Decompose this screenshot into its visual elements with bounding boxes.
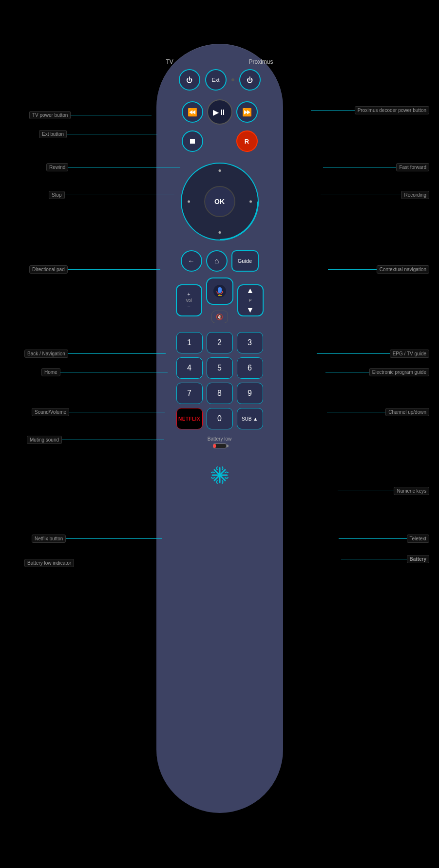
ann-channel-text: Channel up/down — [385, 408, 429, 416]
brand-logo — [208, 463, 232, 491]
ann-ff-text: Fast forward — [396, 163, 429, 171]
dpad[interactable]: OK — [181, 163, 259, 240]
ann-epg-line — [317, 353, 390, 354]
ann-teletext-line — [339, 538, 407, 539]
rewind-button[interactable]: ⏪ — [182, 101, 203, 123]
annotation-teletext: Teletext — [339, 535, 429, 543]
sub-button[interactable]: SUB ▲ — [237, 408, 263, 429]
num1-button[interactable]: 1 — [176, 332, 203, 353]
annotation-stop: Stop — [49, 191, 174, 199]
ann-tv-power-line — [71, 115, 152, 115]
tv-power-icon: ⏻ — [186, 76, 192, 84]
num0-button[interactable]: 0 — [207, 408, 233, 429]
ann-mute-line — [62, 440, 164, 440]
annotation-rec: Recording — [321, 191, 429, 199]
tv-power-button[interactable]: ⏻ — [179, 69, 200, 91]
vol-plus-icon: + — [187, 291, 190, 297]
fast-forward-button[interactable]: ⏩ — [236, 101, 258, 123]
mute-icon: 🔇 — [216, 314, 223, 320]
ann-epg2-line — [325, 372, 369, 372]
ir-indicator — [231, 78, 234, 81]
sub-label: SUB ▲ — [242, 416, 258, 422]
annotation-dpad: Directional pad — [29, 265, 160, 274]
netflix-button[interactable]: NETFLIX — [176, 408, 203, 429]
annotation-prox-power: Proximus decoder power button — [311, 106, 429, 114]
stop-icon: ⏹ — [189, 137, 196, 146]
annotation-ff: Fast forward — [323, 163, 429, 171]
ann-tv-power-text: TV power button — [29, 111, 71, 119]
back-button[interactable]: ← — [181, 250, 202, 272]
nav-row: ← ⌂ Guide — [181, 250, 259, 272]
ann-prox-power-line — [311, 110, 355, 111]
annotation-volume: Sound/Volume — [32, 408, 165, 416]
home-button[interactable]: ⌂ — [206, 250, 228, 272]
microphone-icon — [213, 284, 227, 298]
num5-button[interactable]: 5 — [207, 357, 233, 379]
num7-button[interactable]: 7 — [176, 383, 203, 404]
ann-home-line — [60, 372, 168, 372]
num2-button[interactable]: 2 — [207, 332, 233, 353]
ann-ext-text: Ext button — [39, 130, 67, 138]
ch-p-label: P — [248, 298, 251, 303]
ann-ext-line — [67, 134, 157, 134]
annotation-battery-right: Battery — [341, 555, 429, 563]
ann-back-text: Back / Navigation — [24, 350, 68, 358]
stop-record-row: ⏹ R — [182, 129, 258, 154]
annotation-epg: EPG / TV guide — [317, 350, 429, 358]
record-button[interactable]: R — [236, 130, 258, 152]
ann-netflix-text: Netflix button — [32, 535, 66, 543]
ext-button[interactable]: Ext — [205, 69, 227, 91]
vol-channel-row: + Vol − 🔇 — [176, 277, 264, 323]
annotation-nav-right: Contextual navigation — [328, 265, 429, 274]
num4-button[interactable]: 4 — [176, 357, 203, 379]
annotation-epg2: Electronic program guide — [325, 368, 429, 376]
mute-button[interactable]: 🔇 — [211, 311, 228, 323]
battery-indicator — [213, 443, 227, 448]
svg-line-11 — [214, 475, 220, 480]
svg-line-10 — [220, 470, 225, 475]
stop-button[interactable]: ⏹ — [182, 130, 203, 152]
proximus-power-button[interactable]: ⏻ — [239, 69, 261, 91]
proximus-brand-label: Proximus — [248, 58, 273, 65]
annotation-home: Home — [41, 368, 168, 376]
ok-button[interactable]: OK — [204, 186, 235, 217]
ann-dpad-line — [68, 269, 160, 270]
play-pause-icon: ▶⏸ — [213, 108, 227, 117]
ann-rec-text: Recording — [401, 191, 429, 199]
annotation-channel: Channel up/down — [327, 408, 429, 416]
guide-button[interactable]: Guide — [231, 250, 259, 272]
ann-mute-text: Muting sound — [27, 436, 62, 444]
ann-rewind-text: Rewind — [46, 163, 68, 171]
volume-button[interactable]: + Vol − — [176, 284, 202, 316]
ann-rewind-line — [68, 167, 180, 167]
media-row: ⏪ ▶⏸ ⏩ — [182, 99, 258, 125]
vol-label: Vol — [186, 298, 192, 303]
power-row: ⏻ Ext ⏻ — [179, 69, 261, 91]
voice-button[interactable] — [206, 277, 233, 305]
num3-button[interactable]: 3 — [237, 332, 263, 353]
svg-line-9 — [220, 475, 225, 480]
play-pause-button[interactable]: ▶⏸ — [207, 99, 232, 125]
svg-rect-1 — [218, 287, 222, 293]
ch-down-icon: ▼ — [247, 306, 254, 314]
ann-back-line — [68, 353, 166, 354]
home-icon: ⌂ — [214, 257, 219, 265]
ann-numpad-text: Numeric keys — [394, 487, 429, 495]
ann-battery-right-line — [341, 559, 407, 559]
num8-button[interactable]: 8 — [207, 383, 233, 404]
channel-button[interactable]: ▲ P ▼ — [237, 284, 264, 316]
ann-dpad-text: Directional pad — [29, 265, 68, 274]
ann-home-text: Home — [41, 368, 60, 376]
dpad-left-indicator — [188, 201, 190, 203]
ann-volume-text: Sound/Volume — [32, 408, 69, 416]
fast-forward-icon: ⏩ — [242, 108, 252, 117]
num6-button[interactable]: 6 — [237, 357, 263, 379]
numpad: 1 2 3 4 5 6 7 8 9 NETFLIX 0 SUB ▲ — [176, 332, 263, 429]
annotation-rewind: Rewind — [46, 163, 180, 171]
ann-battery-text-right: Battery — [407, 555, 429, 563]
num9-button[interactable]: 9 — [237, 383, 263, 404]
annotation-back: Back / Navigation — [24, 350, 166, 358]
dpad-down-indicator — [218, 231, 221, 234]
ann-nav-right-text: Contextual navigation — [377, 265, 429, 274]
ann-epg2-text: Electronic program guide — [369, 368, 429, 376]
